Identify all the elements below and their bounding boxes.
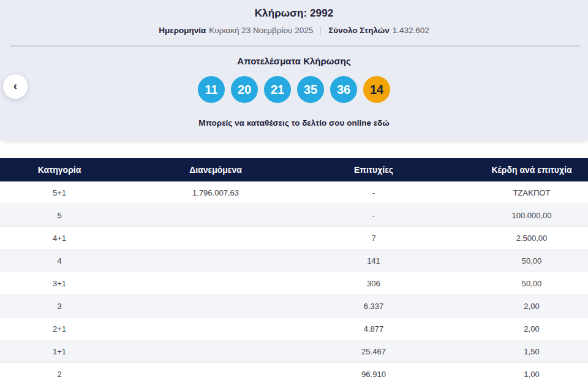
cell-category: 3+1 bbox=[0, 279, 147, 288]
cell-category: 2 bbox=[0, 370, 147, 379]
total-columns-label: Σύνολο Στηλών bbox=[328, 26, 389, 35]
cell-prize: 2,00 bbox=[441, 324, 588, 334]
cell-winners: 306 bbox=[294, 279, 441, 288]
header-prize-per-win: Κέρδη ανά επιτυχία bbox=[441, 165, 588, 175]
cell-prize: 50,00 bbox=[441, 256, 588, 265]
draw-title: Κλήρωση: 2992 bbox=[255, 7, 334, 20]
table-row: 4+172.500,00 bbox=[0, 227, 588, 250]
cell-prize: ΤΖΑΚΠΟΤ bbox=[441, 188, 588, 197]
cell-winners: - bbox=[294, 211, 441, 220]
cell-category: 3 bbox=[0, 302, 147, 311]
drawn-number-ball: 36 bbox=[330, 76, 357, 103]
table-row: 414150,00 bbox=[0, 250, 588, 272]
table-row: 3+130650,00 bbox=[0, 272, 588, 295]
submit-slip-online-link[interactable]: Μπορείς να καταθέσεις το δελτίο σου onli… bbox=[198, 118, 389, 128]
cell-prize: 2.500,00 bbox=[441, 234, 588, 243]
table-row: 5+11.796.007,63-ΤΖΑΚΠΟΤ bbox=[0, 181, 588, 204]
results-title: Αποτελέσματα Κλήρωσης bbox=[237, 56, 350, 66]
cell-winners: 6.337 bbox=[294, 302, 441, 311]
header-winners: Επιτυχίες bbox=[294, 165, 441, 175]
prize-table-header: Κατηγορία Διανεμόμενα Επιτυχίες Κέρδη αν… bbox=[0, 158, 588, 181]
cell-category: 5 bbox=[0, 211, 147, 220]
prize-table: Κατηγορία Διανεμόμενα Επιτυχίες Κέρδη αν… bbox=[0, 158, 588, 385]
date-label: Ημερομηνία bbox=[159, 26, 206, 35]
draw-meta: Ημερομηνία Κυριακή 23 Νοεμβρίου 2025 Σύν… bbox=[159, 26, 429, 35]
cell-prize: 1,50 bbox=[441, 347, 588, 356]
cell-category: 4+1 bbox=[0, 234, 147, 243]
table-row: 2+14.8772,00 bbox=[0, 318, 588, 340]
prize-table-body: 5+11.796.007,63-ΤΖΑΚΠΟΤ5-100.000,004+172… bbox=[0, 181, 588, 385]
header-distributed: Διανεμόμενα bbox=[147, 165, 294, 175]
cell-winners: 96.910 bbox=[294, 370, 441, 379]
meta-divider bbox=[320, 26, 321, 35]
drawn-numbers: 112021353614 bbox=[198, 76, 390, 103]
cell-prize: 1,00 bbox=[441, 370, 588, 379]
table-row: 36.3372,00 bbox=[0, 295, 588, 318]
cell-category: 2+1 bbox=[0, 324, 147, 334]
cell-prize: 100.000,00 bbox=[441, 211, 588, 220]
cell-category: 4 bbox=[0, 256, 147, 265]
cell-winners: - bbox=[294, 188, 441, 197]
cell-winners: 141 bbox=[294, 256, 441, 265]
cell-winners: 7 bbox=[294, 234, 441, 243]
bonus-number-ball: 14 bbox=[363, 76, 390, 103]
draw-hero: Κλήρωση: 2992 Ημερομηνία Κυριακή 23 Νοεμ… bbox=[0, 0, 588, 140]
table-row: 1+125.4671,50 bbox=[0, 340, 588, 363]
drawn-number-ball: 11 bbox=[198, 76, 225, 103]
cell-category: 5+1 bbox=[0, 188, 147, 197]
drawn-number-ball: 20 bbox=[231, 76, 258, 103]
cell-winners: 25.467 bbox=[294, 347, 441, 356]
table-row: 5-100.000,00 bbox=[0, 204, 588, 227]
chevron-left-icon: ‹ bbox=[13, 79, 17, 93]
table-row: 296.9101,00 bbox=[0, 363, 588, 385]
cell-winners: 4.877 bbox=[294, 324, 441, 334]
cell-category: 1+1 bbox=[0, 347, 147, 356]
previous-draw-button[interactable]: ‹ bbox=[3, 74, 28, 99]
drawn-number-ball: 35 bbox=[297, 76, 324, 103]
total-columns-value: 1.432.602 bbox=[393, 26, 429, 35]
cell-prize: 2,00 bbox=[441, 302, 588, 311]
cell-distributed: 1.796.007,63 bbox=[147, 188, 294, 197]
hero-divider bbox=[10, 45, 581, 47]
date-value: Κυριακή 23 Νοεμβρίου 2025 bbox=[209, 26, 313, 35]
drawn-number-ball: 21 bbox=[264, 76, 291, 103]
cell-prize: 50,00 bbox=[441, 279, 588, 288]
header-category: Κατηγορία bbox=[0, 165, 147, 175]
